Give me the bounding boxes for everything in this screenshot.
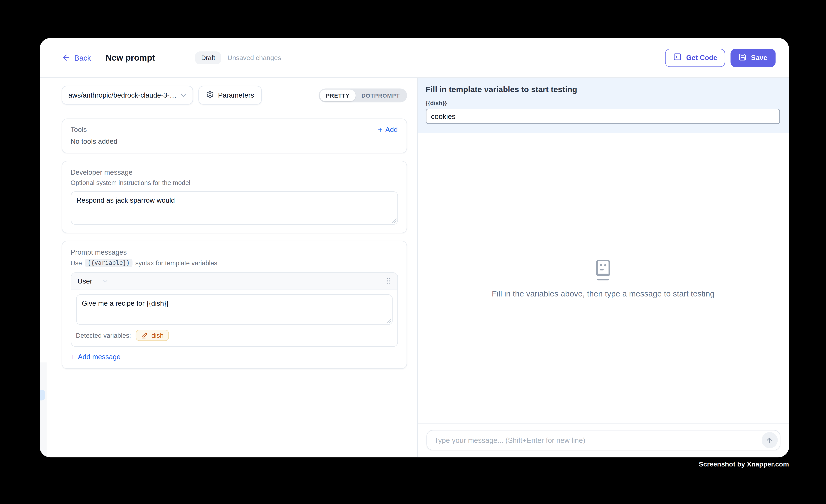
- role-select-value[interactable]: User: [77, 277, 92, 285]
- user-message-input[interactable]: Give me a recipe for {{dish}}: [76, 295, 392, 325]
- side-panel-selected-item-fragment: [40, 390, 45, 400]
- developer-message-field-wrap: Respond as jack sparrow would: [71, 191, 398, 225]
- page-title: New prompt: [106, 53, 155, 62]
- variable-badge-label: dish: [151, 331, 164, 339]
- template-variables-section: Fill in template variables to start test…: [417, 78, 789, 133]
- plus-icon: +: [71, 353, 75, 361]
- add-tool-label: Add: [385, 126, 398, 134]
- bot-face-icon: [593, 258, 613, 281]
- message-block: User Give me a recipe for {{dish}} Detec…: [71, 272, 398, 347]
- header-actions: Get Code Save: [665, 49, 775, 67]
- get-code-button[interactable]: Get Code: [665, 49, 725, 67]
- save-button[interactable]: Save: [731, 49, 775, 67]
- chevron-down-icon: [179, 91, 187, 99]
- terminal-icon: [673, 53, 682, 63]
- parameters-label: Parameters: [218, 91, 254, 99]
- variable-syntax-chip: {{variable}}: [85, 259, 133, 267]
- unsaved-changes-text: Unsaved changes: [228, 54, 281, 61]
- gear-icon: [206, 90, 214, 100]
- side-panel-fragment: [40, 362, 46, 457]
- variable-dish-label: {{dish}}: [426, 100, 780, 106]
- view-mode-toggle: PRETTY DOTPROMPT: [319, 88, 407, 102]
- grip-vertical-icon[interactable]: [384, 277, 392, 285]
- resize-handle-icon[interactable]: [391, 218, 396, 223]
- save-label: Save: [751, 54, 767, 62]
- hint-suffix: syntax for template variables: [135, 259, 217, 267]
- toggle-pretty[interactable]: PRETTY: [320, 89, 356, 101]
- arrow-up-icon: [765, 436, 773, 444]
- watermark-text: Screenshot by Xnapper.com: [699, 460, 789, 468]
- content-split: aws/anthropic/bedrock-claude-3-5-s... Pa…: [40, 78, 789, 457]
- arrow-left-icon: [61, 53, 71, 62]
- status-group: Draft Unsaved changes: [195, 51, 281, 64]
- prompt-messages-title: Prompt messages: [71, 248, 398, 256]
- header: Back New prompt Draft Unsaved changes Ge…: [40, 38, 789, 78]
- detected-variables-row: Detected variables: dish: [76, 330, 392, 341]
- tools-card: Tools + Add No tools added: [61, 118, 407, 153]
- prompt-messages-card: Prompt messages Use {{variable}} syntax …: [61, 241, 407, 369]
- model-selector[interactable]: aws/anthropic/bedrock-claude-3-5-s...: [61, 86, 193, 105]
- save-icon: [739, 53, 747, 62]
- message-role-header: User: [71, 273, 397, 290]
- variable-dish-input[interactable]: [426, 109, 780, 124]
- pencil-line-icon: [141, 332, 148, 339]
- chat-area: Fill in the variables above, then type a…: [417, 133, 789, 423]
- chevron-down-icon: [102, 277, 109, 285]
- chat-empty-state: Fill in the variables above, then type a…: [492, 258, 714, 298]
- back-button[interactable]: Back: [61, 53, 91, 62]
- chat-empty-text: Fill in the variables above, then type a…: [492, 289, 714, 298]
- add-message-label: Add message: [78, 353, 121, 361]
- add-message-button[interactable]: + Add message: [71, 353, 398, 361]
- parameters-button[interactable]: Parameters: [198, 86, 262, 105]
- composer-box: [426, 430, 780, 450]
- toggle-dotprompt[interactable]: DOTPROMPT: [356, 89, 406, 101]
- message-field-wrap: Give me a recipe for {{dish}}: [76, 295, 392, 325]
- developer-message-input[interactable]: Respond as jack sparrow would: [71, 191, 398, 225]
- message-body: Give me a recipe for {{dish}} Detected v…: [71, 290, 397, 346]
- composer-section: [417, 423, 789, 457]
- hint-prefix: Use: [71, 259, 82, 267]
- variable-badge-dish[interactable]: dish: [136, 330, 169, 341]
- developer-message-subtitle: Optional system instructions for the mod…: [71, 179, 398, 187]
- detected-variables-label: Detected variables:: [76, 331, 131, 339]
- template-hint: Use {{variable}} syntax for template var…: [71, 259, 398, 267]
- chat-message-input[interactable]: [433, 436, 761, 445]
- developer-message-title: Developer message: [71, 168, 398, 176]
- prompt-editor-panel: aws/anthropic/bedrock-claude-3-5-s... Pa…: [40, 78, 417, 457]
- test-panel: Fill in template variables to start test…: [417, 78, 789, 457]
- tools-empty-text: No tools added: [71, 137, 398, 145]
- resize-handle-icon[interactable]: [386, 318, 391, 323]
- plus-icon: +: [378, 126, 382, 134]
- add-tool-button[interactable]: + Add: [378, 126, 398, 134]
- tools-card-header: Tools + Add: [71, 126, 398, 134]
- screenshot-stage: Back New prompt Draft Unsaved changes Ge…: [0, 0, 826, 504]
- send-button[interactable]: [761, 432, 778, 448]
- status-badge: Draft: [195, 51, 221, 64]
- developer-message-card: Developer message Optional system instru…: [61, 161, 407, 233]
- back-label: Back: [74, 53, 91, 62]
- app-window: Back New prompt Draft Unsaved changes Ge…: [40, 38, 789, 457]
- get-code-label: Get Code: [686, 54, 717, 62]
- model-toolbar: aws/anthropic/bedrock-claude-3-5-s... Pa…: [40, 86, 417, 105]
- variables-section-title: Fill in template variables to start test…: [426, 85, 780, 94]
- model-selector-value: aws/anthropic/bedrock-claude-3-5-s...: [68, 91, 179, 99]
- tools-title: Tools: [71, 126, 87, 134]
